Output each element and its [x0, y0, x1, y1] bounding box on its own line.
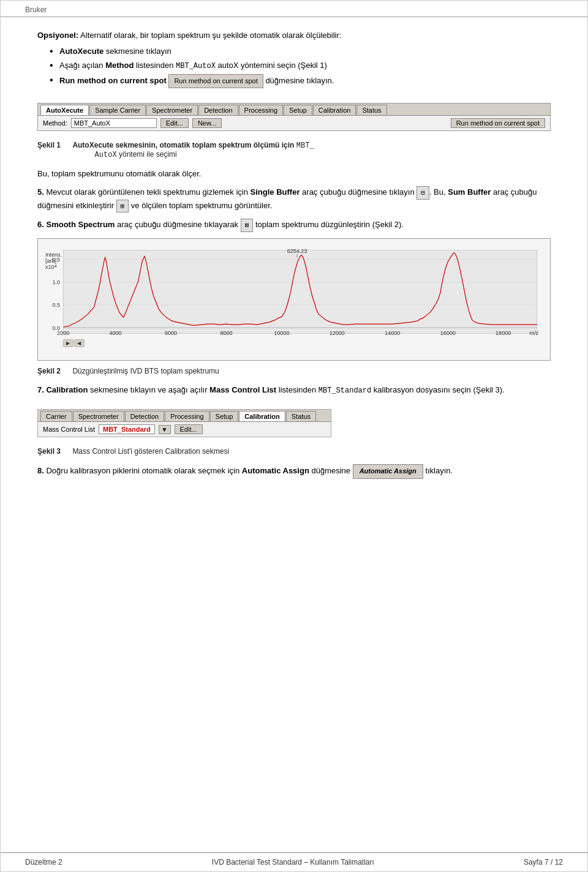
svg-text:▶: ▶ — [66, 340, 70, 346]
bullet2-bold: Method — [105, 61, 134, 70]
svg-text:1.0: 1.0 — [53, 279, 61, 285]
spectrum-chart: Intens. [arb] x10⁴ 1.5 1.0 0.5 0.0 — [37, 238, 551, 361]
method-dropdown[interactable]: MBT_AutoX — [71, 118, 157, 128]
figure2-label: Şekil 2 — [37, 367, 61, 375]
intro-body: Alternatif olarak, bir toplam spektrum ş… — [80, 31, 341, 40]
method-value: MBT_AutoX — [74, 119, 110, 127]
brand-name: Bruker — [25, 6, 47, 14]
main-content: Opsiyonel: Alternatif olarak, bir toplam… — [1, 17, 587, 534]
section5-bold1: Single Buffer — [251, 188, 300, 197]
calibration-screenshot: Carrier Spectrometer Detection Processin… — [37, 409, 331, 437]
tab-processing[interactable]: Processing — [239, 105, 283, 115]
svg-text:14000: 14000 — [385, 330, 400, 336]
section8-bold: Automatic Assign — [242, 466, 309, 475]
bullet-list: AutoXecute sekmesine tıklayın Aşağı açıl… — [37, 45, 551, 88]
tab-status[interactable]: Status — [356, 105, 386, 115]
bullet-item-3: Run method on current spot Run method on… — [50, 74, 551, 88]
mass-control-value: MBT_Standard — [99, 424, 155, 434]
figure1-text: AutoXecute sekmesinin, otomatik toplam s… — [37, 141, 314, 159]
figure3-label: Şekil 3 — [37, 447, 61, 456]
section5-num: 5. — [37, 188, 44, 197]
figure1-label: Şekil 1 — [37, 141, 61, 149]
svg-text:1.5: 1.5 — [53, 257, 61, 263]
mass-control-label: Mass Control List — [43, 426, 95, 433]
tab-sample-carrier[interactable]: Sample Carrier — [89, 105, 146, 115]
svg-text:6000: 6000 — [165, 330, 177, 336]
tab-calibration[interactable]: Calibration — [313, 105, 356, 115]
spectrum-svg: Intens. [arb] x10⁴ 1.5 1.0 0.5 0.0 — [42, 242, 546, 356]
svg-text:m/z: m/z — [530, 330, 539, 336]
intro-block: Opsiyonel: Alternatif olarak, bir toplam… — [37, 29, 551, 88]
cal-tab-detection[interactable]: Detection — [125, 411, 164, 421]
svg-text:4000: 4000 — [110, 330, 122, 336]
figure3-text: Mass Control List'i gösteren Calibration… — [72, 447, 229, 456]
section6-num: 6. — [37, 220, 44, 230]
footer-left: Düzeltme 2 — [25, 858, 62, 866]
figure2-caption: Şekil 2 Düzgünleştirilmiş IVD BTS toplam… — [37, 367, 551, 375]
edit-button[interactable]: Edit... — [160, 118, 189, 128]
footer-right: Sayfa 7 / 12 — [524, 858, 563, 866]
svg-text:8000: 8000 — [220, 330, 232, 336]
cal-tab-spectrometer[interactable]: Spectrometer — [73, 411, 124, 421]
new-button[interactable]: New... — [192, 118, 222, 128]
footer-bar: Düzeltme 2 IVD Bacterial Test Standard –… — [1, 852, 587, 871]
run-method-button[interactable]: Run method on current spot — [451, 118, 545, 128]
svg-text:6254.23: 6254.23 — [287, 248, 307, 254]
tab-autoxecute[interactable]: AutoXecute — [40, 105, 89, 115]
section6-bold: Smooth Spectrum — [46, 220, 115, 230]
tab-detection[interactable]: Detection — [198, 105, 238, 115]
figure2-text: Düzgünleştirilmiş IVD BTS toplam spektru… — [72, 367, 219, 375]
cal-tab-processing[interactable]: Processing — [165, 411, 209, 421]
figure3-caption: Şekil 3 Mass Control List'i gösteren Cal… — [37, 447, 551, 456]
section8-para: 8. Doğru kalibrasyon piklerini otomatik … — [37, 464, 551, 479]
cal-tab-status[interactable]: Status — [286, 411, 316, 421]
section7-bold1: Calibration — [46, 385, 88, 394]
tab-spectrometer[interactable]: Spectrometer — [146, 105, 198, 115]
cal-tab-carrier[interactable]: Carrier — [40, 411, 72, 421]
bullet-item-1: AutoXecute sekmesine tıklayın — [50, 45, 551, 58]
svg-text:18000: 18000 — [496, 330, 511, 336]
figure1-caption: Şekil 1 AutoXecute sekmesinin, otomatik … — [37, 141, 551, 159]
bullet1-bold: AutoXecute — [59, 47, 104, 56]
autoxecute-tabs: AutoXecute Sample Carrier Spectrometer D… — [38, 103, 550, 116]
automatic-assign-button[interactable]: Automatic Assign — [353, 464, 423, 479]
bullet2-mono: MBT_AutoX — [176, 62, 216, 70]
calibration-tabs: Carrier Spectrometer Detection Processin… — [38, 410, 331, 422]
svg-text:12000: 12000 — [330, 330, 345, 336]
single-buffer-btn[interactable]: ⊟ — [417, 186, 429, 200]
bullet-item-2: Aşağı açılan Method listesinden MBT_Auto… — [50, 59, 551, 72]
intro-label: Opsiyonel: — [37, 31, 78, 40]
autoxecute-body: Method: MBT_AutoX Edit... New... Run met… — [38, 116, 550, 130]
section8-num: 8. — [37, 466, 44, 475]
page: Bruker Opsiyonel: Alternatif olarak, bir… — [0, 0, 588, 872]
svg-text:2000: 2000 — [57, 330, 69, 336]
smooth-spectrum-btn[interactable]: ⊠ — [241, 219, 254, 232]
svg-text:10000: 10000 — [274, 330, 289, 336]
section5-para: 5. Mevcut olarak görüntülenen tekli spek… — [37, 186, 551, 212]
calibration-body: Mass Control List MBT_Standard ▼ Edit... — [38, 422, 331, 437]
intro-text: Opsiyonel: Alternatif olarak, bir toplam… — [37, 29, 551, 42]
run-method-inline-btn[interactable]: Run method on current spot — [168, 74, 263, 88]
header-bar: Bruker — [1, 1, 587, 17]
autoxecute-screenshot: AutoXecute Sample Carrier Spectrometer D… — [37, 103, 551, 131]
section7-bold2: Mass Control List — [209, 385, 276, 394]
figure1-bold: AutoXecute sekmesinin, otomatik toplam s… — [72, 141, 296, 149]
section7-mono: MBT_Standard — [318, 386, 371, 395]
bullet3-bold: Run method on current spot — [59, 76, 167, 85]
sum-buffer-btn[interactable]: ⊞ — [116, 200, 129, 213]
cal-tab-setup[interactable]: Setup — [210, 411, 239, 421]
svg-text:◀: ◀ — [77, 340, 81, 346]
svg-text:0.5: 0.5 — [53, 302, 61, 308]
svg-text:x10⁴: x10⁴ — [45, 264, 57, 270]
section6-para: 6. Smooth Spectrum araç çubuğu düğmesine… — [37, 219, 551, 232]
tab-setup[interactable]: Setup — [284, 105, 312, 115]
cal-edit-button[interactable]: Edit... — [175, 424, 203, 434]
cal-tab-calibration[interactable]: Calibration — [239, 411, 285, 421]
section5-bold2: Sum Buffer — [448, 188, 491, 197]
dropdown-arrow-icon[interactable]: ▼ — [159, 425, 171, 434]
section7-para: 7. Calibration sekmesine tıklayın ve aşa… — [37, 384, 551, 397]
footer-center: IVD Bacterial Test Standard – Kullanım T… — [212, 858, 374, 866]
svg-text:16000: 16000 — [440, 330, 456, 336]
section7-num: 7. — [37, 385, 44, 394]
para-after-fig1: Bu, toplam spektrumunu otomatik olarak ö… — [37, 168, 551, 181]
